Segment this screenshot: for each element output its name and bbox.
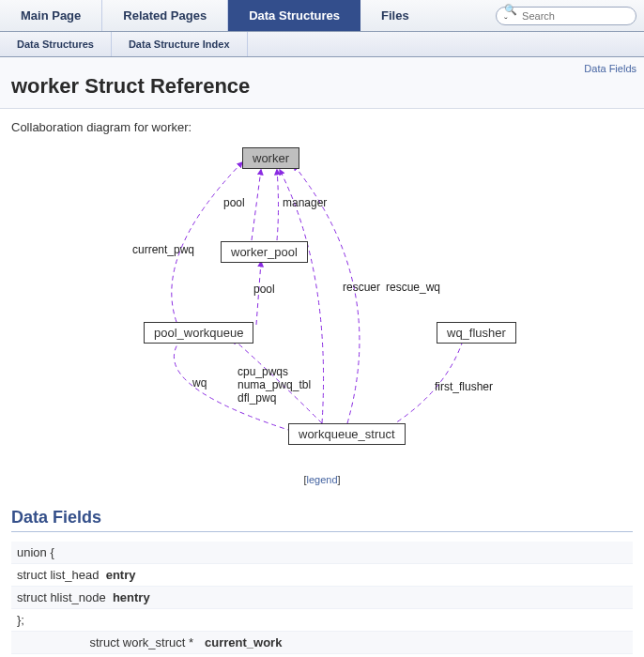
table-row: struct work_struct * current_work (11, 632, 633, 654)
table-row: union { (11, 542, 633, 564)
field-type: struct hlist_node (17, 590, 106, 604)
field-type: struct list_head (17, 568, 99, 582)
tab-related-pages[interactable]: Related Pages (102, 0, 228, 31)
content-area: Collaboration diagram for worker: worker (0, 109, 644, 657)
edge-cpu-pwqs: cpu_pwqs numa_pwq_tbl dfl_pwq (238, 365, 311, 405)
legend: [legend] (11, 474, 633, 485)
search-wrap: 🔍ˇ (496, 0, 644, 31)
tab-main-page[interactable]: Main Page (0, 0, 102, 31)
node-wq-flusher[interactable]: wq_flusher (437, 322, 516, 344)
node-worker[interactable]: worker (242, 147, 299, 169)
field-name-current-work[interactable]: current_work (199, 632, 633, 654)
edge-rescue-wq: rescue_wq (386, 281, 440, 294)
tab-data-structures[interactable]: Data Structures (228, 0, 360, 31)
legend-close: ] (338, 474, 341, 485)
edge-manager: manager (283, 196, 327, 209)
search-input[interactable] (522, 10, 628, 22)
node-pool-workqueue[interactable]: pool_workqueue (144, 322, 253, 344)
legend-link[interactable]: legend (306, 474, 337, 485)
collaboration-diagram: worker worker_pool pool_workqueue wq_flu… (12, 142, 632, 470)
tab-files[interactable]: Files (360, 0, 430, 31)
table-row: struct list_head entry (11, 564, 633, 587)
field-name-entry[interactable]: entry (106, 568, 136, 582)
header-bar: Data Fields worker Struct Reference (0, 57, 644, 109)
edge-pool-2: pool (253, 283, 275, 296)
main-tabs: Main Page Related Pages Data Structures … (0, 0, 644, 32)
edge-rescuer: rescuer (343, 281, 380, 294)
union-close: }; (11, 609, 633, 632)
table-row: }; (11, 609, 633, 632)
sub-tabs: Data Structures Data Structure Index (0, 32, 644, 57)
edge-first-flusher: first_flusher (435, 380, 493, 393)
subtab-data-structures[interactable]: Data Structures (0, 32, 112, 56)
node-worker-pool[interactable]: worker_pool (221, 241, 308, 263)
field-name-hentry[interactable]: hentry (113, 590, 150, 604)
page-title: worker Struct Reference (11, 74, 636, 99)
subtab-data-structure-index[interactable]: Data Structure Index (112, 32, 248, 56)
union-open: union { (11, 542, 633, 564)
edge-pool: pool (223, 196, 245, 209)
node-workqueue-struct[interactable]: workqueue_struct (288, 423, 406, 445)
data-fields-heading: Data Fields (11, 508, 633, 532)
search-icon: 🔍ˇ (504, 4, 518, 27)
field-type: struct work_struct * (11, 632, 199, 654)
edge-current-pwq: current_pwq (132, 243, 194, 256)
fields-table: union { struct list_head entry struct hl… (11, 542, 633, 654)
diagram-intro: Collaboration diagram for worker: (11, 120, 633, 134)
data-fields-link[interactable]: Data Fields (584, 63, 636, 74)
search-box[interactable]: 🔍ˇ (496, 7, 636, 25)
table-row: struct hlist_node hentry (11, 587, 633, 609)
edge-wq: wq (192, 376, 207, 390)
